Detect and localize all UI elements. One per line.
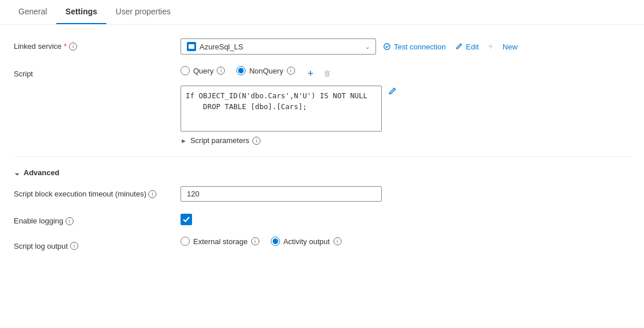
timeout-row: Script block execution timeout (minutes)… — [14, 186, 630, 202]
query-info-icon: i — [217, 67, 225, 75]
edit-icon — [455, 43, 463, 51]
trash-icon — [323, 69, 332, 78]
timeout-label: Script block execution timeout (minutes)… — [14, 186, 181, 198]
log-output-info-icon: i — [70, 242, 78, 250]
chevron-down-icon: ⌄ — [365, 44, 370, 50]
enable-logging-label: Enable logging i — [14, 213, 181, 225]
script-label: Script — [14, 66, 181, 78]
script-log-output-label: Script log output i — [14, 238, 181, 250]
timeout-info-icon: i — [148, 190, 156, 198]
script-params-info-icon: i — [252, 137, 260, 145]
log-output-options: External storage i Activity output i — [181, 237, 630, 252]
separator: + — [488, 41, 493, 52]
chevron-right-icon: ► — [181, 137, 187, 144]
linked-service-controls: AzureSql_LS ⌄ Test connection — [181, 38, 630, 55]
script-textarea[interactable]: If OBJECT_ID(N'dbo.Cars',N'U') IS NOT NU… — [181, 86, 382, 132]
checkmark-icon — [182, 215, 190, 223]
timeout-control — [181, 186, 630, 202]
test-connection-button[interactable]: Test connection — [383, 43, 446, 51]
advanced-section: ⌄ Advanced Script block execution timeou… — [14, 168, 630, 252]
logging-checkbox[interactable] — [181, 214, 192, 225]
enable-logging-control — [181, 214, 630, 225]
db-icon — [187, 42, 196, 51]
activity-output-radio[interactable] — [271, 237, 280, 246]
activity-output-option[interactable]: Activity output i — [271, 237, 342, 246]
enable-logging-row: Enable logging i — [14, 213, 630, 225]
settings-content: Linked service * i AzureSql_LS ⌄ T — [0, 25, 644, 277]
chevron-down-advanced-icon: ⌄ — [14, 168, 20, 177]
nonquery-info-icon: i — [287, 67, 295, 75]
edit-script-button[interactable] — [388, 87, 397, 98]
test-connection-icon — [383, 43, 391, 51]
linked-service-row: Linked service * i AzureSql_LS ⌄ T — [14, 38, 630, 55]
script-log-output-row: Script log output i External storage i A… — [14, 237, 630, 252]
script-parameters[interactable]: ► Script parameters i — [181, 136, 630, 145]
add-script-button[interactable]: + — [306, 67, 315, 81]
script-top-row: Query i NonQuery i + — [181, 66, 630, 81]
tab-user-properties[interactable]: User properties — [106, 0, 180, 24]
external-storage-info-icon: i — [251, 237, 259, 245]
linked-service-label: Linked service * i — [14, 38, 181, 51]
log-output-radio-group: External storage i Activity output i — [181, 237, 630, 246]
new-button[interactable]: New — [503, 43, 518, 51]
edit-button[interactable]: Edit — [455, 43, 478, 51]
nonquery-radio[interactable] — [236, 66, 246, 75]
script-controls: Query i NonQuery i + — [181, 66, 630, 145]
required-indicator: * — [64, 42, 67, 51]
activity-output-info-icon: i — [334, 237, 342, 245]
tab-settings[interactable]: Settings — [56, 0, 106, 24]
script-area-wrapper: If OBJECT_ID(N'dbo.Cars',N'U') IS NOT NU… — [181, 86, 630, 132]
external-storage-radio[interactable] — [181, 237, 190, 246]
linked-service-info-icon: i — [69, 43, 77, 51]
divider — [14, 156, 630, 157]
script-right-icons: + — [306, 67, 334, 81]
tab-general[interactable]: General — [9, 0, 56, 24]
linked-service-select[interactable]: AzureSql_LS ⌄ — [181, 38, 376, 55]
advanced-header[interactable]: ⌄ Advanced — [14, 168, 630, 177]
pencil-icon — [388, 87, 397, 96]
script-options: Query i NonQuery i — [181, 66, 295, 75]
query-option[interactable]: Query i — [181, 66, 225, 75]
linked-service-value: AzureSql_LS — [200, 43, 362, 51]
tab-bar: General Settings User properties — [0, 0, 644, 25]
logging-checkbox-wrapper — [181, 214, 630, 225]
nonquery-option[interactable]: NonQuery i — [236, 66, 294, 75]
linked-service-actions: Test connection Edit + New — [383, 41, 518, 52]
timeout-input[interactable] — [181, 186, 382, 202]
script-row: Script Query i NonQuery i — [14, 66, 630, 145]
external-storage-option[interactable]: External storage i — [181, 237, 259, 246]
delete-script-button[interactable] — [321, 68, 333, 79]
logging-info-icon: i — [66, 217, 74, 225]
query-radio[interactable] — [181, 66, 190, 75]
